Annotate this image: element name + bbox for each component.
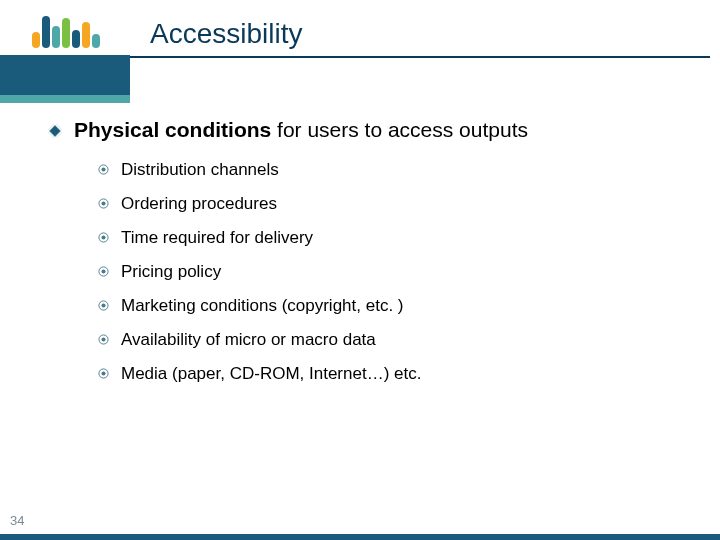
sub-bullet-text: Time required for delivery xyxy=(121,228,313,248)
slide-header: Accessibility xyxy=(0,0,720,95)
sub-bullet-text: Distribution channels xyxy=(121,160,279,180)
main-bullet-rest: for users to access outputs xyxy=(271,118,528,141)
header-blue-block xyxy=(0,55,130,95)
svg-point-4 xyxy=(101,167,105,171)
logo-bar xyxy=(52,26,60,48)
circle-bullet-icon xyxy=(98,368,109,379)
svg-point-10 xyxy=(101,269,105,273)
circle-bullet-icon xyxy=(98,334,109,345)
main-bullet-bold: Physical conditions xyxy=(74,118,271,141)
svg-point-14 xyxy=(101,337,105,341)
circle-bullet-icon xyxy=(98,164,109,175)
header-teal-block xyxy=(0,95,130,103)
circle-bullet-icon xyxy=(98,232,109,243)
circle-bullet-icon xyxy=(98,300,109,311)
page-number: 34 xyxy=(10,513,24,528)
sub-bullet-text: Availability of micro or macro data xyxy=(121,330,376,350)
svg-point-6 xyxy=(101,201,105,205)
sub-bullet-text: Pricing policy xyxy=(121,262,221,282)
logo-bar xyxy=(92,34,100,48)
main-bullet: Physical conditions for users to access … xyxy=(48,118,690,142)
logo-bar xyxy=(62,18,70,48)
sub-bullet-list: Distribution channelsOrdering procedures… xyxy=(98,160,690,384)
sub-bullet-item: Marketing conditions (copyright, etc. ) xyxy=(98,296,690,316)
sub-bullet-item: Time required for delivery xyxy=(98,228,690,248)
sub-bullet-item: Availability of micro or macro data xyxy=(98,330,690,350)
slide-content: Physical conditions for users to access … xyxy=(48,118,690,398)
slide-title: Accessibility xyxy=(150,18,302,50)
main-bullet-text: Physical conditions for users to access … xyxy=(74,118,528,142)
diamond-bullet-icon xyxy=(48,124,62,138)
logo-bar xyxy=(72,30,80,48)
sub-bullet-item: Media (paper, CD-ROM, Internet…) etc. xyxy=(98,364,690,384)
circle-bullet-icon xyxy=(98,266,109,277)
svg-point-12 xyxy=(101,303,105,307)
logo-bar xyxy=(42,16,50,48)
svg-point-8 xyxy=(101,235,105,239)
logo-bar xyxy=(32,32,40,48)
footer-bar xyxy=(0,534,720,540)
logo xyxy=(32,8,100,48)
sub-bullet-item: Distribution channels xyxy=(98,160,690,180)
sub-bullet-text: Ordering procedures xyxy=(121,194,277,214)
sub-bullet-item: Ordering procedures xyxy=(98,194,690,214)
sub-bullet-text: Marketing conditions (copyright, etc. ) xyxy=(121,296,404,316)
svg-point-16 xyxy=(101,371,105,375)
title-underline xyxy=(130,56,710,58)
circle-bullet-icon xyxy=(98,198,109,209)
sub-bullet-text: Media (paper, CD-ROM, Internet…) etc. xyxy=(121,364,421,384)
sub-bullet-item: Pricing policy xyxy=(98,262,690,282)
logo-bar xyxy=(82,22,90,48)
